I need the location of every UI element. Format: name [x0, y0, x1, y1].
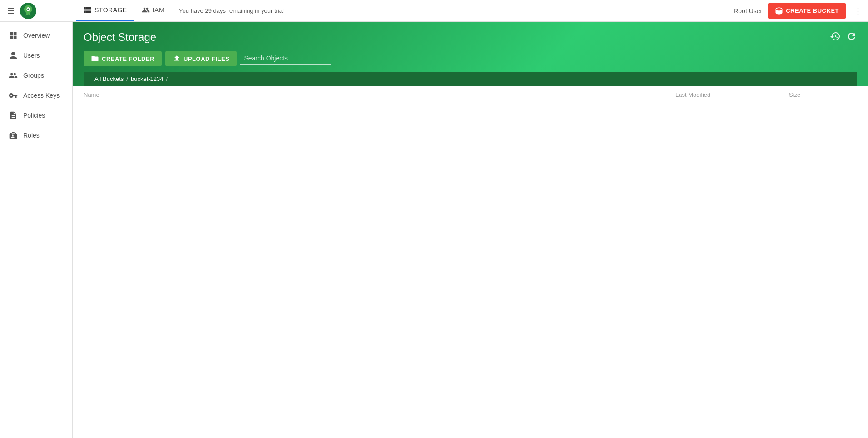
storage-tab-icon: [84, 6, 92, 14]
breadcrumb-sep-2: /: [166, 75, 168, 82]
column-name: Name: [84, 91, 675, 98]
table-header: Name Last Modified Size: [73, 86, 868, 104]
breadcrumb: All Buckets / bucket-1234 /: [84, 72, 857, 86]
create-folder-button[interactable]: CREATE FOLDER: [84, 51, 162, 66]
refresh-icon: [846, 31, 857, 42]
history-button[interactable]: [830, 31, 841, 44]
more-options-button[interactable]: ⋮: [852, 4, 864, 18]
breadcrumb-bucket-name[interactable]: bucket-1234: [131, 75, 164, 82]
sidebar-item-policies[interactable]: Policies: [0, 105, 72, 125]
sidebar: Overview Users Groups: [0, 22, 73, 438]
top-nav: ☰ STORAGE IAM You have 29 days remaining…: [0, 0, 868, 22]
column-size: Size: [789, 91, 857, 98]
iam-tab-label: IAM: [153, 6, 164, 14]
top-nav-right: Root User CREATE BUCKET ⋮: [734, 3, 864, 19]
breadcrumb-sep-1: /: [126, 75, 128, 82]
sidebar-item-users[interactable]: Users: [0, 45, 72, 65]
upload-files-button[interactable]: UPLOAD FILES: [165, 51, 237, 66]
sidebar-item-overview[interactable]: Overview: [0, 25, 72, 45]
iam-tab-icon: [142, 6, 150, 14]
header-actions: CREATE FOLDER UPLOAD FILES: [84, 51, 857, 66]
history-icon: [830, 31, 841, 42]
overview-icon: [9, 31, 18, 40]
table-area: Name Last Modified Size: [73, 86, 868, 438]
nav-tab-storage[interactable]: STORAGE: [76, 0, 134, 21]
roles-icon: [9, 131, 18, 140]
page-title: Object Storage: [84, 31, 156, 44]
sidebar-label-groups: Groups: [23, 72, 44, 79]
nav-tabs: STORAGE IAM: [76, 0, 172, 21]
hamburger-icon: ☰: [7, 6, 15, 15]
create-folder-label: CREATE FOLDER: [102, 55, 154, 62]
policies-icon: [9, 111, 18, 120]
trial-notice: You have 29 days remaining in your trial: [179, 7, 284, 14]
wasabi-logo: [20, 3, 36, 19]
main-layout: Overview Users Groups: [0, 22, 868, 438]
header-right-icons: [830, 31, 857, 44]
logo-area: ☰: [4, 3, 76, 19]
sidebar-label-users: Users: [23, 52, 40, 59]
storage-tab-label: STORAGE: [94, 6, 127, 14]
create-bucket-button[interactable]: CREATE BUCKET: [768, 3, 846, 19]
content-area: Object Storage: [73, 22, 868, 438]
access-keys-icon: [9, 91, 18, 100]
upload-icon: [173, 55, 181, 63]
sidebar-label-roles: Roles: [23, 132, 40, 139]
column-last-modified: Last Modified: [675, 91, 789, 98]
object-storage-header: Object Storage: [73, 22, 868, 86]
table-body: [73, 104, 868, 331]
hamburger-button[interactable]: ☰: [4, 4, 18, 18]
root-user-label: Root User: [734, 7, 762, 15]
more-icon: ⋮: [853, 6, 863, 16]
upload-files-label: UPLOAD FILES: [184, 55, 229, 62]
refresh-button[interactable]: [846, 31, 857, 44]
groups-icon: [9, 71, 18, 80]
breadcrumb-all-buckets[interactable]: All Buckets: [94, 75, 124, 82]
bucket-icon: [775, 7, 783, 15]
users-icon: [9, 51, 18, 60]
sidebar-item-groups[interactable]: Groups: [0, 65, 72, 85]
nav-tab-iam[interactable]: IAM: [134, 0, 172, 21]
sidebar-label-access-keys: Access Keys: [23, 92, 60, 99]
sidebar-item-access-keys[interactable]: Access Keys: [0, 85, 72, 105]
sidebar-label-policies: Policies: [23, 112, 45, 119]
search-objects-input[interactable]: [240, 53, 331, 65]
sidebar-label-overview: Overview: [23, 32, 50, 39]
create-folder-icon: [91, 55, 99, 63]
create-bucket-label: CREATE BUCKET: [786, 7, 839, 14]
sidebar-item-roles[interactable]: Roles: [0, 125, 72, 145]
